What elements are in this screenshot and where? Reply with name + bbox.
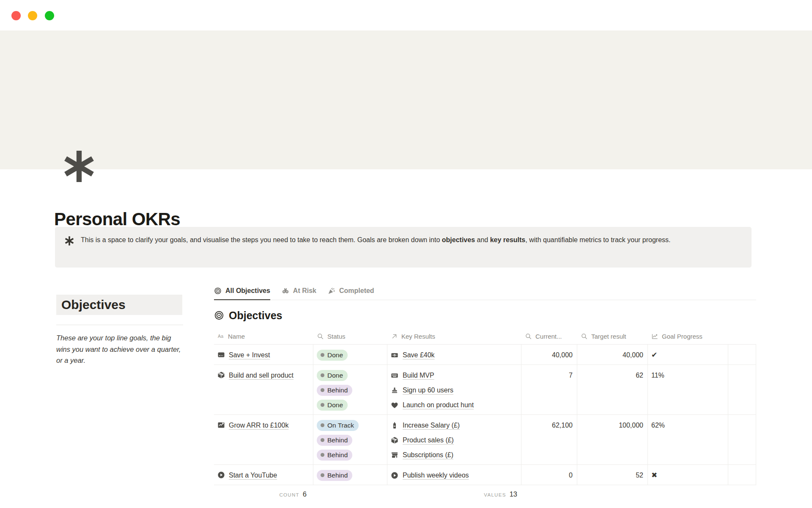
goal-progress-cell[interactable]: 62%: [648, 415, 728, 464]
column-header-current[interactable]: Current...: [521, 328, 577, 344]
column-header-label: Key Results: [401, 333, 435, 340]
status-row: Behind: [317, 468, 384, 483]
name-cell[interactable]: Build and sell product: [214, 365, 313, 414]
objective-link[interactable]: Start a YouTube: [217, 468, 299, 480]
objective-title: Build and sell product: [229, 372, 294, 379]
key-result-link[interactable]: Save £40k: [391, 351, 435, 359]
empty-cell: [728, 465, 756, 485]
key-result-link[interactable]: Product sales (£): [391, 436, 454, 444]
status-cell[interactable]: Behind: [313, 465, 387, 485]
target-result-cell[interactable]: 62: [577, 365, 648, 414]
key-result-link[interactable]: Sign up 60 users: [391, 387, 453, 394]
target-result-cell[interactable]: 40,000: [577, 345, 648, 364]
number-value: 40,000: [525, 348, 573, 362]
status-row: Behind: [317, 383, 384, 398]
count-calculation[interactable]: COUNT6: [214, 490, 313, 498]
key-result-title: Launch on product hunt: [403, 401, 474, 409]
key-result-link[interactable]: Build MVP: [391, 372, 434, 379]
key-results-cell[interactable]: Save £40k: [387, 345, 521, 364]
status-pill-done[interactable]: Done: [317, 400, 348, 411]
name-cell[interactable]: Grow ARR to £100k: [214, 415, 313, 464]
status-dot: [321, 403, 324, 407]
status-cell[interactable]: DoneBehindDone: [313, 365, 387, 414]
key-result-title: Save £40k: [403, 351, 435, 359]
current-result-cell[interactable]: 40,000: [521, 345, 577, 364]
credit-card-icon: [217, 351, 225, 359]
window-titlebar: [0, 0, 812, 30]
column-header-target-result[interactable]: Target result: [577, 328, 648, 344]
key-results-cell[interactable]: Publish weekly videos: [387, 465, 521, 485]
status-pill-done[interactable]: Done: [317, 370, 348, 381]
page-title[interactable]: Personal OKRs: [54, 209, 180, 229]
status-pill-behind[interactable]: Behind: [317, 385, 352, 396]
key-result-row: Product sales (£): [391, 433, 518, 447]
asterisk-icon: [64, 236, 74, 246]
column-header-status[interactable]: Status: [313, 328, 387, 344]
status-pill-behind[interactable]: Behind: [317, 435, 352, 446]
callout-block: This is a space to clarify your goals, a…: [55, 227, 752, 268]
status-cell[interactable]: On TrackBehindBehind: [313, 415, 387, 464]
key-result-link[interactable]: Increase Salary (£): [391, 422, 460, 429]
key-result-title: Product sales (£): [403, 436, 454, 444]
name-cell[interactable]: Start a YouTube: [214, 465, 313, 485]
view-tabs: All ObjectivesAt RiskCompleted: [214, 282, 756, 300]
progress-value: 62%: [651, 418, 724, 433]
objective-link[interactable]: Save + Invest: [217, 348, 299, 360]
key-result-link[interactable]: Publish weekly videos: [391, 472, 469, 479]
key-results-cell[interactable]: Increase Salary (£)Product sales (£)Subs…: [387, 415, 521, 464]
current-result-cell[interactable]: 0: [521, 465, 577, 485]
key-result-title: Build MVP: [403, 372, 434, 379]
objective-link[interactable]: Build and sell product: [217, 368, 299, 381]
number-value: 100,000: [581, 418, 643, 433]
goal-progress-cell[interactable]: 11%: [648, 365, 728, 414]
key-result-link[interactable]: Subscriptions (£): [391, 451, 453, 459]
close-window-button[interactable]: [11, 11, 21, 20]
status-pill-behind[interactable]: Behind: [317, 470, 352, 481]
column-header-key-results[interactable]: Key Results: [387, 328, 521, 344]
values-calculation[interactable]: VALUES13: [313, 490, 521, 498]
objective-title: Grow ARR to £100k: [229, 422, 288, 429]
column-header-goal-progress[interactable]: Goal Progress: [648, 328, 728, 344]
status-pill-on-track[interactable]: On Track: [317, 420, 359, 431]
key-result-row: Subscriptions (£): [391, 447, 518, 462]
tab-completed[interactable]: Completed: [328, 282, 374, 300]
status-pill-done[interactable]: Done: [317, 350, 348, 361]
goal-progress-cell[interactable]: ✔: [648, 345, 728, 364]
table-title[interactable]: Objectives: [214, 308, 756, 323]
name-cell[interactable]: Save + Invest: [214, 345, 313, 364]
column-header-empty: [728, 328, 756, 344]
number-value: 7: [525, 368, 573, 383]
progress-value: 11%: [651, 368, 724, 383]
count-label: COUNT: [279, 492, 299, 497]
notion-window: Personal OKRs This is a space to clarify…: [0, 0, 812, 508]
key-result-row: Launch on product hunt: [391, 398, 518, 412]
current-result-cell[interactable]: 62,100: [521, 415, 577, 464]
chart-up-icon: [217, 421, 225, 429]
table-row: Save + InvestDoneSave £40k40,00040,000✔: [214, 345, 756, 365]
text-icon: Aa: [217, 333, 225, 340]
column-header-name[interactable]: AaName: [214, 328, 313, 344]
table-title-label: Objectives: [229, 309, 282, 322]
arrow-up-right-icon: [391, 333, 398, 340]
status-cell[interactable]: Done: [313, 345, 387, 364]
key-result-link[interactable]: Launch on product hunt: [391, 401, 474, 409]
status-pill-behind[interactable]: Behind: [317, 450, 352, 461]
page-icon[interactable]: [62, 149, 96, 184]
objective-link[interactable]: Grow ARR to £100k: [217, 418, 299, 431]
tab-at-risk[interactable]: At Risk: [282, 282, 316, 300]
key-results-cell[interactable]: Build MVPSign up 60 usersLaunch on produ…: [387, 365, 521, 414]
callout-plain-text: and: [475, 236, 490, 243]
tab-all-objectives[interactable]: All Objectives: [214, 282, 270, 300]
column-header-label: Current...: [535, 333, 562, 340]
column-header-label: Status: [327, 333, 346, 340]
status-label: Behind: [327, 387, 348, 394]
minimize-window-button[interactable]: [28, 11, 37, 20]
current-result-cell[interactable]: 7: [521, 365, 577, 414]
goal-progress-cell[interactable]: ✖: [648, 465, 728, 485]
svg-text:Aa: Aa: [218, 334, 223, 339]
zoom-window-button[interactable]: [45, 11, 54, 20]
party-popper-icon: [328, 287, 335, 295]
number-value: 52: [581, 468, 643, 483]
target-result-cell[interactable]: 100,000: [577, 415, 648, 464]
target-result-cell[interactable]: 52: [577, 465, 648, 485]
